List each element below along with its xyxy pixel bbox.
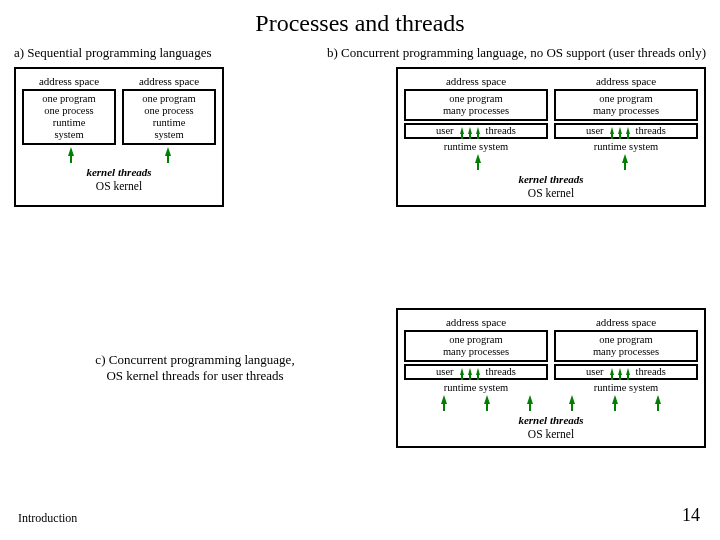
arrow-up-icon	[655, 395, 661, 404]
user-threads-box: user threads	[554, 123, 698, 139]
address-space-label: address space	[122, 75, 216, 87]
arrow-up-icon	[618, 368, 622, 375]
box-line: system	[26, 129, 112, 141]
proc-a1: address space one program one process ru…	[22, 75, 116, 145]
ut-text-right: threads	[486, 366, 516, 378]
proc-a2: address space one program one process ru…	[122, 75, 216, 145]
ut-text-left: user	[586, 366, 604, 378]
box-line: many processes	[558, 346, 694, 358]
ut-text-right: threads	[486, 125, 516, 137]
caption-c-line1: c) Concurrent programming language,	[95, 352, 294, 367]
user-arrows	[460, 368, 480, 375]
address-space-label: address space	[554, 75, 698, 87]
box-line: one program	[408, 334, 544, 346]
proc-b1: address space one program many processes…	[404, 75, 548, 152]
box-line: one program	[408, 93, 544, 105]
caption-a: a) Sequential programming languages	[14, 45, 211, 61]
ut-text-left: user	[436, 366, 454, 378]
box-line: one process	[126, 105, 212, 117]
caption-c-line2: OS kernel threads for user threads	[106, 368, 283, 383]
kernel-threads-label: kernel threads	[404, 414, 698, 426]
box-line: runtime	[126, 117, 212, 129]
box-line: many processes	[558, 105, 694, 117]
ut-text-right: threads	[636, 125, 666, 137]
kernel-arrows	[22, 147, 216, 156]
box-line: one process	[26, 105, 112, 117]
diagram-a: address space one program one process ru…	[14, 67, 224, 207]
process-box: one program many processes	[404, 330, 548, 362]
os-kernel-label: OS kernel	[404, 428, 698, 440]
address-space-label: address space	[404, 75, 548, 87]
box-line: system	[126, 129, 212, 141]
user-threads-box: user threads	[404, 364, 548, 380]
captions-row: a) Sequential programming languages b) C…	[0, 45, 720, 61]
arrow-up-icon	[68, 147, 74, 156]
runtime-system-label: runtime system	[404, 141, 548, 152]
kernel-threads-label: kernel threads	[404, 173, 698, 185]
box-line: one program	[558, 334, 694, 346]
arrow-up-icon	[460, 127, 464, 134]
kernel-threads-label: kernel threads	[22, 166, 216, 178]
slide-title: Processes and threads	[0, 10, 720, 37]
box-line: one program	[558, 93, 694, 105]
arrow-up-icon	[476, 368, 480, 375]
ut-text-right: threads	[636, 366, 666, 378]
user-arrows	[610, 368, 630, 375]
proc-b2: address space one program many processes…	[554, 75, 698, 152]
user-threads-box: user threads	[554, 364, 698, 380]
arrow-up-icon	[475, 154, 481, 163]
arrow-up-icon	[165, 147, 171, 156]
process-box: one program many processes	[554, 330, 698, 362]
top-diagrams-row: address space one program one process ru…	[0, 67, 720, 207]
os-kernel-label: OS kernel	[22, 180, 216, 192]
proc-c1: address space one program many processes…	[404, 316, 548, 393]
caption-c: c) Concurrent programming language, OS k…	[70, 352, 320, 384]
box-line: many processes	[408, 105, 544, 117]
user-arrows	[460, 127, 480, 134]
ut-text-left: user	[436, 125, 454, 137]
box-line: one program	[26, 93, 112, 105]
arrow-up-icon	[476, 127, 480, 134]
runtime-system-label: runtime system	[554, 382, 698, 393]
address-space-label: address space	[22, 75, 116, 87]
kernel-arrows	[404, 395, 698, 404]
arrow-up-icon	[527, 395, 533, 404]
arrow-up-icon	[484, 395, 490, 404]
address-space-label: address space	[554, 316, 698, 328]
arrow-up-icon	[468, 368, 472, 375]
user-arrows	[610, 127, 630, 134]
arrow-up-icon	[622, 154, 628, 163]
diagram-b: address space one program many processes…	[396, 67, 706, 207]
proc-c2: address space one program many processes…	[554, 316, 698, 393]
page-number: 14	[682, 505, 700, 526]
runtime-system-label: runtime system	[554, 141, 698, 152]
process-box: one program many processes	[554, 89, 698, 121]
box-line: one program	[126, 93, 212, 105]
arrow-up-icon	[618, 127, 622, 134]
arrow-up-icon	[441, 395, 447, 404]
user-threads-box: user threads	[404, 123, 548, 139]
caption-b: b) Concurrent programming language, no O…	[327, 45, 706, 61]
arrow-up-icon	[610, 368, 614, 375]
process-box: one program many processes	[404, 89, 548, 121]
box-line: many processes	[408, 346, 544, 358]
runtime-system-label: runtime system	[404, 382, 548, 393]
ut-text-left: user	[586, 125, 604, 137]
arrow-up-icon	[569, 395, 575, 404]
box-line: runtime	[26, 117, 112, 129]
os-kernel-label: OS kernel	[404, 187, 698, 199]
arrow-up-icon	[468, 127, 472, 134]
footer-left: Introduction	[18, 511, 77, 526]
kernel-arrows	[404, 154, 698, 163]
diagram-c: address space one program many processes…	[396, 308, 706, 448]
process-box: one program one process runtime system	[122, 89, 216, 145]
arrow-up-icon	[626, 368, 630, 375]
address-space-label: address space	[404, 316, 548, 328]
arrow-up-icon	[626, 127, 630, 134]
arrow-up-icon	[612, 395, 618, 404]
arrow-up-icon	[610, 127, 614, 134]
arrow-up-icon	[460, 368, 464, 375]
process-box: one program one process runtime system	[22, 89, 116, 145]
